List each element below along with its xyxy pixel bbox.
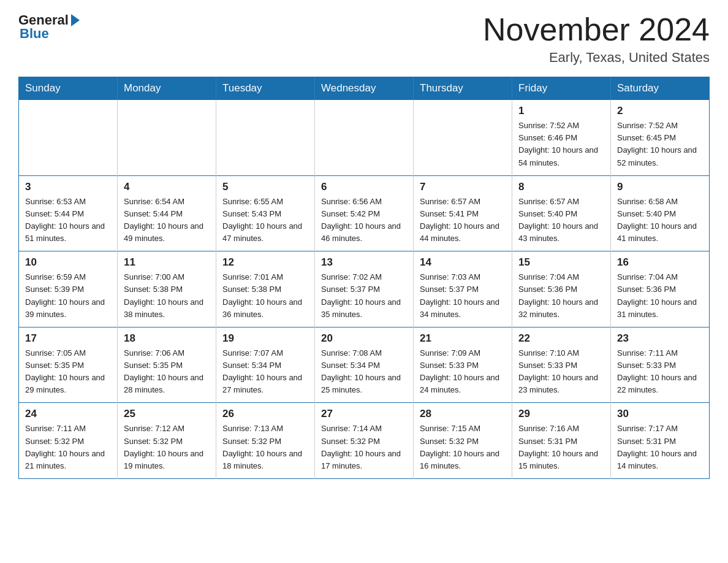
day-number: 12 <box>222 256 308 269</box>
day-info: Sunrise: 6:55 AMSunset: 5:43 PMDaylight:… <box>222 196 308 245</box>
day-info: Sunrise: 6:56 AMSunset: 5:42 PMDaylight:… <box>321 196 407 245</box>
day-number: 3 <box>25 181 111 193</box>
day-number: 6 <box>321 181 407 193</box>
day-info: Sunrise: 6:58 AMSunset: 5:40 PMDaylight:… <box>617 196 703 245</box>
calendar-cell: 1Sunrise: 7:52 AMSunset: 6:46 PMDaylight… <box>512 100 611 176</box>
day-number: 24 <box>25 408 111 420</box>
day-info: Sunrise: 7:03 AMSunset: 5:37 PMDaylight:… <box>420 271 506 321</box>
weekday-header-tuesday: Tuesday <box>216 77 315 100</box>
calendar-cell: 16Sunrise: 7:04 AMSunset: 5:36 PMDayligh… <box>611 251 710 327</box>
calendar-week-row: 17Sunrise: 7:05 AMSunset: 5:35 PMDayligh… <box>19 327 710 403</box>
calendar-cell: 18Sunrise: 7:06 AMSunset: 5:35 PMDayligh… <box>118 327 216 403</box>
day-number: 15 <box>518 256 604 269</box>
calendar-cell: 13Sunrise: 7:02 AMSunset: 5:37 PMDayligh… <box>315 251 414 327</box>
weekday-header-sunday: Sunday <box>19 77 118 100</box>
weekday-header-monday: Monday <box>118 77 216 100</box>
calendar-cell: 14Sunrise: 7:03 AMSunset: 5:37 PMDayligh… <box>414 251 512 327</box>
day-info: Sunrise: 7:08 AMSunset: 5:34 PMDaylight:… <box>321 347 407 397</box>
day-info: Sunrise: 7:52 AMSunset: 6:46 PMDaylight:… <box>518 120 604 169</box>
day-number: 22 <box>518 332 604 345</box>
page-header: General Blue November 2024 Early, Texas,… <box>18 12 710 66</box>
calendar-cell: 22Sunrise: 7:10 AMSunset: 5:33 PMDayligh… <box>512 327 611 403</box>
day-info: Sunrise: 6:57 AMSunset: 5:41 PMDaylight:… <box>420 196 506 245</box>
calendar-cell: 8Sunrise: 6:57 AMSunset: 5:40 PMDaylight… <box>512 175 611 251</box>
day-number: 20 <box>321 332 407 345</box>
day-number: 30 <box>617 408 703 420</box>
calendar-cell: 29Sunrise: 7:16 AMSunset: 5:31 PMDayligh… <box>512 403 611 479</box>
day-info: Sunrise: 7:12 AMSunset: 5:32 PMDaylight:… <box>124 423 210 472</box>
day-info: Sunrise: 7:07 AMSunset: 5:34 PMDaylight:… <box>222 347 308 397</box>
calendar-cell: 3Sunrise: 6:53 AMSunset: 5:44 PMDaylight… <box>19 175 118 251</box>
calendar-cell: 5Sunrise: 6:55 AMSunset: 5:43 PMDaylight… <box>216 175 315 251</box>
day-info: Sunrise: 7:04 AMSunset: 5:36 PMDaylight:… <box>617 271 703 321</box>
day-number: 5 <box>222 181 308 193</box>
day-info: Sunrise: 7:06 AMSunset: 5:35 PMDaylight:… <box>124 347 210 397</box>
weekday-header-thursday: Thursday <box>414 77 512 100</box>
day-number: 11 <box>124 256 210 269</box>
calendar-cell: 19Sunrise: 7:07 AMSunset: 5:34 PMDayligh… <box>216 327 315 403</box>
calendar-cell: 12Sunrise: 7:01 AMSunset: 5:38 PMDayligh… <box>216 251 315 327</box>
day-number: 16 <box>617 256 703 269</box>
day-info: Sunrise: 7:16 AMSunset: 5:31 PMDaylight:… <box>518 423 604 472</box>
calendar-cell: 10Sunrise: 6:59 AMSunset: 5:39 PMDayligh… <box>19 251 118 327</box>
calendar-cell: 15Sunrise: 7:04 AMSunset: 5:36 PMDayligh… <box>512 251 611 327</box>
day-number: 13 <box>321 256 407 269</box>
calendar-header-row: SundayMondayTuesdayWednesdayThursdayFrid… <box>19 77 710 100</box>
calendar-cell: 28Sunrise: 7:15 AMSunset: 5:32 PMDayligh… <box>414 403 512 479</box>
calendar-cell: 9Sunrise: 6:58 AMSunset: 5:40 PMDaylight… <box>611 175 710 251</box>
calendar-cell: 2Sunrise: 7:52 AMSunset: 6:45 PMDaylight… <box>611 100 710 176</box>
day-number: 7 <box>420 181 506 193</box>
day-info: Sunrise: 7:13 AMSunset: 5:32 PMDaylight:… <box>222 423 308 472</box>
day-number: 9 <box>617 181 703 193</box>
calendar-week-row: 3Sunrise: 6:53 AMSunset: 5:44 PMDaylight… <box>19 175 710 251</box>
calendar-cell <box>19 100 118 176</box>
day-info: Sunrise: 6:59 AMSunset: 5:39 PMDaylight:… <box>25 271 111 321</box>
day-info: Sunrise: 7:15 AMSunset: 5:32 PMDaylight:… <box>420 423 506 472</box>
calendar-cell: 6Sunrise: 6:56 AMSunset: 5:42 PMDaylight… <box>315 175 414 251</box>
day-number: 25 <box>124 408 210 420</box>
calendar-cell: 17Sunrise: 7:05 AMSunset: 5:35 PMDayligh… <box>19 327 118 403</box>
logo-blue-text: Blue <box>18 26 49 42</box>
day-number: 19 <box>222 332 308 345</box>
calendar-cell: 4Sunrise: 6:54 AMSunset: 5:44 PMDaylight… <box>118 175 216 251</box>
logo-arrow-icon <box>71 14 80 26</box>
day-number: 27 <box>321 408 407 420</box>
weekday-header-wednesday: Wednesday <box>315 77 414 100</box>
calendar-week-row: 1Sunrise: 7:52 AMSunset: 6:46 PMDaylight… <box>19 100 710 176</box>
day-info: Sunrise: 7:11 AMSunset: 5:33 PMDaylight:… <box>617 347 703 397</box>
day-number: 1 <box>518 105 604 117</box>
calendar-week-row: 24Sunrise: 7:11 AMSunset: 5:32 PMDayligh… <box>19 403 710 479</box>
day-info: Sunrise: 7:00 AMSunset: 5:38 PMDaylight:… <box>124 271 210 321</box>
day-info: Sunrise: 7:05 AMSunset: 5:35 PMDaylight:… <box>25 347 111 397</box>
calendar-cell: 21Sunrise: 7:09 AMSunset: 5:33 PMDayligh… <box>414 327 512 403</box>
calendar-cell: 7Sunrise: 6:57 AMSunset: 5:41 PMDaylight… <box>414 175 512 251</box>
logo: General Blue <box>18 12 80 42</box>
calendar-cell: 25Sunrise: 7:12 AMSunset: 5:32 PMDayligh… <box>118 403 216 479</box>
day-number: 10 <box>25 256 111 269</box>
day-number: 4 <box>124 181 210 193</box>
day-info: Sunrise: 6:53 AMSunset: 5:44 PMDaylight:… <box>25 196 111 245</box>
calendar-cell: 26Sunrise: 7:13 AMSunset: 5:32 PMDayligh… <box>216 403 315 479</box>
title-block: November 2024 Early, Texas, United State… <box>483 12 710 66</box>
day-info: Sunrise: 6:57 AMSunset: 5:40 PMDaylight:… <box>518 196 604 245</box>
calendar-cell: 24Sunrise: 7:11 AMSunset: 5:32 PMDayligh… <box>19 403 118 479</box>
calendar-table: SundayMondayTuesdayWednesdayThursdayFrid… <box>18 77 710 479</box>
calendar-cell: 11Sunrise: 7:00 AMSunset: 5:38 PMDayligh… <box>118 251 216 327</box>
day-number: 14 <box>420 256 506 269</box>
day-info: Sunrise: 7:04 AMSunset: 5:36 PMDaylight:… <box>518 271 604 321</box>
day-number: 8 <box>518 181 604 193</box>
calendar-cell <box>216 100 315 176</box>
calendar-cell: 27Sunrise: 7:14 AMSunset: 5:32 PMDayligh… <box>315 403 414 479</box>
calendar-cell: 20Sunrise: 7:08 AMSunset: 5:34 PMDayligh… <box>315 327 414 403</box>
day-info: Sunrise: 7:10 AMSunset: 5:33 PMDaylight:… <box>518 347 604 397</box>
day-number: 23 <box>617 332 703 345</box>
location-text: Early, Texas, United States <box>483 50 710 66</box>
calendar-week-row: 10Sunrise: 6:59 AMSunset: 5:39 PMDayligh… <box>19 251 710 327</box>
calendar-cell: 23Sunrise: 7:11 AMSunset: 5:33 PMDayligh… <box>611 327 710 403</box>
day-info: Sunrise: 7:52 AMSunset: 6:45 PMDaylight:… <box>617 120 703 169</box>
calendar-cell <box>315 100 414 176</box>
day-number: 2 <box>617 105 703 117</box>
day-info: Sunrise: 7:02 AMSunset: 5:37 PMDaylight:… <box>321 271 407 321</box>
weekday-header-friday: Friday <box>512 77 611 100</box>
calendar-cell <box>414 100 512 176</box>
